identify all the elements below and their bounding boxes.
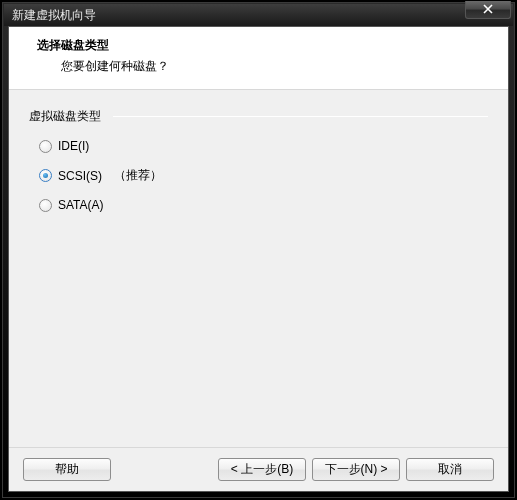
client-area: 选择磁盘类型 您要创建何种磁盘？ 虚拟磁盘类型 IDE(I) SCSI(S) （… (8, 26, 509, 492)
radio-option-ide[interactable]: IDE(I) (39, 139, 488, 153)
wizard-footer: 帮助 < 上一步(B) 下一步(N) > 取消 (9, 447, 508, 491)
recommended-label: （推荐） (114, 167, 162, 184)
content-area: 虚拟磁盘类型 IDE(I) SCSI(S) （推荐） SATA(A) (9, 90, 508, 230)
wizard-header: 选择磁盘类型 您要创建何种磁盘？ (9, 27, 508, 90)
radio-icon (39, 199, 52, 212)
group-label: 虚拟磁盘类型 (29, 108, 488, 125)
next-button[interactable]: 下一步(N) > (312, 458, 400, 481)
radio-option-sata[interactable]: SATA(A) (39, 198, 488, 212)
radio-label: IDE(I) (58, 139, 89, 153)
radio-label: SATA(A) (58, 198, 104, 212)
cancel-button[interactable]: 取消 (406, 458, 494, 481)
wizard-window: 新建虚拟机向导 选择磁盘类型 您要创建何种磁盘？ 虚拟磁盘类型 IDE(I) S… (0, 0, 517, 500)
help-button[interactable]: 帮助 (23, 458, 111, 481)
page-title: 选择磁盘类型 (37, 37, 492, 54)
close-icon (483, 3, 493, 17)
close-button[interactable] (465, 1, 511, 19)
radio-option-scsi[interactable]: SCSI(S) （推荐） (39, 167, 488, 184)
group-label-text: 虚拟磁盘类型 (29, 109, 101, 123)
radio-icon (39, 169, 52, 182)
radio-icon (39, 140, 52, 153)
window-title: 新建虚拟机向导 (12, 7, 513, 24)
titlebar[interactable]: 新建虚拟机向导 (4, 4, 513, 26)
group-separator (113, 116, 488, 117)
radio-label: SCSI(S) (58, 169, 102, 183)
page-subtitle: 您要创建何种磁盘？ (61, 58, 492, 75)
back-button[interactable]: < 上一步(B) (218, 458, 306, 481)
